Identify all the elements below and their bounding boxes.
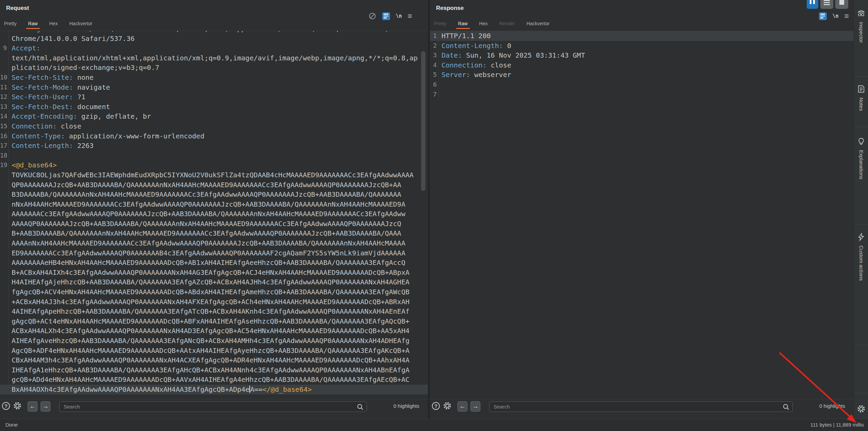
editor-line: plication/signed-exchange;v=b3;q=0.7: [0, 63, 428, 73]
line-content: Content-Length: 0: [439, 41, 511, 51]
line-content: plication/signed-exchange;v=b3;q=0.7: [9, 63, 159, 73]
stop-button[interactable]: [835, 0, 848, 9]
line-number: 1: [430, 31, 439, 41]
line-content: Sec-Fetch-User: ?1: [9, 92, 86, 102]
request-lines: 8User-Agent: Mozilla/5.0 (Windows NT 10.…: [0, 31, 428, 395]
line-content: Chrome/141.0.0.0 Safari/537.36: [9, 34, 135, 44]
tab-hex[interactable]: Hex: [49, 21, 58, 26]
show-newlines-icon[interactable]: \n: [396, 13, 402, 19]
line-number: [0, 365, 9, 375]
notes-icon: [857, 85, 866, 93]
response-metrics: 111 bytes | 11,889 millis: [810, 422, 864, 428]
show-newlines-icon[interactable]: \n: [833, 13, 839, 19]
line-content: Accept:: [9, 43, 40, 53]
editor-line: 13Sec-Fetch-Dest: document: [0, 102, 428, 112]
line-number: [0, 170, 9, 180]
line-number: 4: [430, 60, 439, 70]
task-menu-button[interactable]: [820, 0, 833, 9]
tab-raw[interactable]: Raw: [28, 21, 38, 26]
sidebar-divider: [854, 127, 868, 127]
line-number: 8: [0, 31, 9, 34]
search-icon[interactable]: [782, 403, 790, 411]
line-number: [0, 199, 9, 209]
line-content: User-Agent: Mozilla/5.0 (Windows NT 10.0…: [9, 31, 389, 34]
right-sidebar: ≡ Inspector Notes: [854, 0, 868, 419]
next-match-button[interactable]: →: [470, 401, 480, 412]
tab-raw[interactable]: Raw: [458, 21, 468, 26]
search-icon[interactable]: [357, 403, 364, 411]
editor-line: IHEAfgA1eHhzcQB+AAB3DAAAABA/QAAAAAAA3EAf…: [0, 365, 428, 375]
editor-menu-icon[interactable]: ≡: [408, 13, 412, 19]
line-number: 19: [0, 160, 9, 170]
previous-match-button[interactable]: ←: [28, 401, 37, 412]
tab-hex[interactable]: Hex: [479, 21, 488, 26]
response-highlight-count: 0 highlights: [819, 403, 845, 409]
sidebar-settings-gear-icon[interactable]: [857, 404, 866, 413]
line-number: [0, 316, 9, 326]
editor-line: 8User-Agent: Mozilla/5.0 (Windows NT 10.…: [0, 31, 428, 34]
editor-line: 16Content-Type: application/x-www-form-u…: [0, 131, 428, 141]
help-icon[interactable]: ?: [432, 402, 440, 410]
line-content: fgAgcQB+ACV4eHNxAH4AAHcMAAAAED9AAAAAAADc…: [9, 287, 409, 297]
line-content: 4AIHEAfgApeHhzcQB+AAB3DAAAABA/QAAAAAAA3E…: [9, 307, 409, 316]
editor-line: text/html,application/xhtml+xml,applicat…: [0, 53, 428, 63]
line-number: [0, 355, 9, 365]
line-content: <@d_base64>: [9, 160, 57, 170]
line-number: [0, 375, 9, 385]
tab-hackvertor[interactable]: Hackvertor: [69, 21, 93, 26]
line-number: [0, 385, 9, 395]
editor-line: nNxAH4AAHcMAAAAED9AAAAAAACc3EAfgAAdwwAAA…: [0, 199, 428, 209]
wrap-lines-icon[interactable]: [382, 12, 390, 20]
line-number: 17: [0, 141, 9, 151]
line-number: 10: [0, 73, 9, 83]
tab-pretty[interactable]: Pretty: [4, 21, 17, 26]
request-tabrow: PrettyRawHexHackvertor: [4, 19, 104, 28]
line-content: Sec-Fetch-Dest: document: [9, 102, 110, 112]
response-search-input[interactable]: [494, 402, 781, 412]
help-icon[interactable]: ?: [2, 402, 10, 410]
line-content: Connection: close: [9, 121, 81, 131]
status-text: Done: [5, 422, 18, 428]
line-content: nNxAH4AAHcMAAAAED9AAAAAAACc3EAfgAAdwwAAA…: [9, 199, 405, 209]
editor-line: QP0AAAAAAAJzcQB+AAB3DAAAABA/QAAAAAAAnNxA…: [0, 180, 428, 190]
request-editor[interactable]: 8User-Agent: Mozilla/5.0 (Windows NT 10.…: [0, 31, 428, 398]
search-settings-gear-icon[interactable]: [443, 401, 452, 410]
line-number: [0, 297, 9, 307]
request-search-input[interactable]: [64, 402, 355, 412]
editor-line: 2Content-Length: 0: [430, 41, 854, 51]
line-number: 12: [0, 92, 9, 102]
line-content: Sec-Fetch-Mode: navigate: [9, 83, 110, 92]
line-content: BxAH4AOXh4c3EAfgAAdwwAAAAQP0AAAAAAANxAH4…: [9, 385, 312, 395]
response-searchbox: [489, 401, 793, 412]
editor-line: TOVKUC8OLjas7QAFdwEBc3IAEWphdmEudXRpbC5I…: [0, 170, 428, 180]
tab-hackvertor[interactable]: Hackvertor: [526, 21, 549, 26]
editor-menu-icon[interactable]: ≡: [844, 13, 849, 19]
editor-line: 5Server: webserver: [430, 70, 854, 80]
line-content: +ACBxAH4AJ3h4c3EAfgAAdwwAAAAQP0AAAAAAANx…: [9, 297, 409, 307]
line-number: 14: [0, 112, 9, 121]
response-editor[interactable]: 1HTTP/1.1 2002Content-Length: 03Date: Su…: [430, 31, 854, 398]
line-number: 9: [0, 43, 9, 53]
search-settings-gear-icon[interactable]: [13, 401, 22, 410]
line-content: AAAAQP0AAAAAAAJzcQB+AAB3DAAAABA/QAAAAAAA…: [9, 219, 401, 229]
hide-intercept-icon[interactable]: [368, 12, 376, 20]
pause-button[interactable]: [807, 0, 818, 9]
editor-line: AAAAnNxAH4AAHcMAAAAED9AAAAAAACc3EAfgAAdw…: [0, 238, 428, 248]
line-content: AIHEAfgAveHhzcQB+AAB3DAAAABA/QAAAAAAA3EA…: [9, 336, 409, 346]
request-scrollbar[interactable]: [421, 51, 425, 191]
line-number: [0, 53, 9, 63]
line-content: AgcQB+ADF4eHNxAH4AAHcMAAAAED9AAAAAAADcQB…: [9, 346, 409, 356]
custom-actions-icon: [857, 233, 866, 241]
line-number: [0, 180, 9, 190]
editor-line: AAAAAAACc3EAfgAAdwwAAAAQP0AAAAAAAJzcQB+A…: [0, 209, 428, 219]
next-match-button[interactable]: →: [41, 401, 50, 412]
line-content: B3DAAAABA/QAAAAAAAnNxAH4AAHcMAAAAED9AAAA…: [9, 190, 401, 199]
editor-line: 12Sec-Fetch-User: ?1: [0, 92, 428, 102]
line-content: AAAAAAACc3EAfgAAdwwAAAAQP0AAAAAAAJzcQB+A…: [9, 209, 405, 219]
editor-line: 4Connection: close: [430, 60, 854, 70]
sidebar-item-label: Notes: [858, 98, 864, 111]
wrap-lines-icon[interactable]: [819, 12, 827, 20]
line-content: [439, 90, 441, 100]
previous-match-button[interactable]: ←: [458, 401, 467, 412]
line-content: QP0AAAAAAAJzcQB+AAB3DAAAABA/QAAAAAAAnNxA…: [9, 180, 401, 190]
